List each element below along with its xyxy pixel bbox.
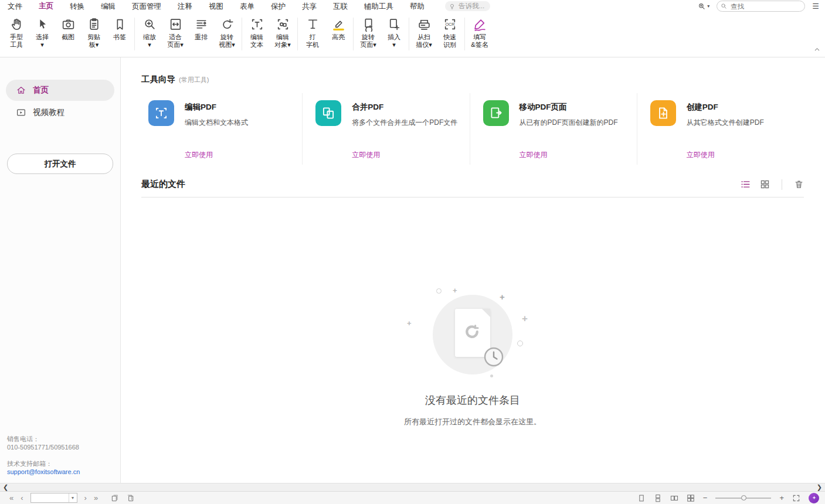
continuous-facing-view-icon[interactable] xyxy=(687,494,695,502)
deco-dot-icon xyxy=(490,374,493,377)
ribbon-button-zoom[interactable]: 缩放 ▾ xyxy=(137,16,162,49)
zoom-thumb[interactable] xyxy=(741,495,746,500)
sidebar-item-home[interactable]: 首页 xyxy=(6,80,114,101)
menu-item-共享[interactable]: 共享 xyxy=(301,0,317,13)
find-input[interactable] xyxy=(717,1,805,12)
menu-item-转换[interactable]: 转换 xyxy=(69,0,85,13)
ribbon-button-fit-page[interactable]: 适合 页面▾ xyxy=(162,16,188,49)
tool-card-create: 创建PDF从其它格式文件创建PDF立即使用 xyxy=(637,93,804,165)
deco-plus-icon xyxy=(522,314,528,323)
previous-view-icon[interactable] xyxy=(111,494,119,502)
snapshot-camera-icon xyxy=(61,17,76,32)
scroll-left-icon[interactable]: ❮ xyxy=(3,484,8,491)
support-email-link[interactable]: support@foxitsoftware.cn xyxy=(7,468,80,476)
menu-hamburger-icon[interactable]: ☰ xyxy=(812,2,819,10)
menu-item-表单[interactable]: 表单 xyxy=(239,0,255,13)
ribbon-button-insert-pages[interactable]: 插入 ▾ xyxy=(381,16,407,49)
ribbon-button-ocr[interactable]: OCR快速 识别 xyxy=(437,16,463,49)
use-now-link[interactable]: 立即使用 xyxy=(185,150,296,160)
next-view-icon[interactable] xyxy=(126,494,134,502)
fill-sign-icon xyxy=(473,17,487,32)
trash-icon[interactable] xyxy=(794,179,804,189)
tool-card-edit: 编辑PDF编辑文档和文本格式立即使用 xyxy=(141,93,302,165)
ribbon-button-edit-object[interactable]: 编辑 对象▾ xyxy=(270,16,296,49)
recent-files-tools xyxy=(741,179,804,190)
ribbon-button-scanner[interactable]: 从扫 描仪▾ xyxy=(411,16,437,49)
grid-view-icon[interactable] xyxy=(760,179,770,189)
use-now-link[interactable]: 立即使用 xyxy=(687,150,798,160)
deco-plus-icon xyxy=(500,292,505,301)
ribbon-button-snapshot-camera[interactable]: 截图 xyxy=(55,16,81,41)
scroll-right-icon[interactable]: ❯ xyxy=(817,484,822,491)
card-title: 编辑PDF xyxy=(185,102,248,113)
ribbon-collapse-button[interactable] xyxy=(814,45,820,55)
sales-phone-number: 010-50951771/50951668 xyxy=(7,443,80,451)
ribbon-button-clipboard[interactable]: 剪贴 板▾ xyxy=(81,16,107,49)
ribbon-button-label: 重排 xyxy=(195,33,208,41)
card-title: 移动PDF页面 xyxy=(520,102,618,113)
search-options-button[interactable]: ▾ xyxy=(698,2,709,11)
zoom-slider[interactable] xyxy=(715,495,771,502)
menu-item-保护[interactable]: 保护 xyxy=(270,0,286,13)
tell-me-box[interactable]: 告诉我... xyxy=(445,1,490,11)
horizontal-scrollbar[interactable]: ❮ ❯ xyxy=(0,483,825,491)
ribbon-button-label: 选择 ▾ xyxy=(36,33,49,49)
ribbon-button-select-cursor[interactable]: 选择 ▾ xyxy=(29,16,55,49)
menu-item-编辑[interactable]: 编辑 xyxy=(100,0,116,13)
fit-page-icon xyxy=(168,17,183,32)
list-view-icon[interactable] xyxy=(741,179,751,189)
page-number-input[interactable] xyxy=(31,493,69,502)
assistant-icon[interactable] xyxy=(809,493,819,503)
ribbon-button-reflow[interactable]: 重排 xyxy=(188,16,214,41)
ribbon-button-highlight[interactable]: 高亮 xyxy=(325,16,351,41)
use-now-link[interactable]: 立即使用 xyxy=(352,150,463,160)
typewriter-icon xyxy=(305,17,320,32)
open-file-button[interactable]: 打开文件 xyxy=(7,154,113,174)
continuous-view-icon[interactable] xyxy=(654,494,662,502)
menu-item-帮助[interactable]: 帮助 xyxy=(409,0,425,13)
ribbon-button-typewriter[interactable]: 打 字机 xyxy=(300,16,325,49)
previous-page-icon[interactable]: ‹ xyxy=(21,494,23,502)
fullscreen-icon[interactable] xyxy=(792,494,800,502)
menu-item-主页[interactable]: 主页 xyxy=(38,0,54,13)
use-now-link[interactable]: 立即使用 xyxy=(520,150,631,160)
ribbon-button-bookmark[interactable]: 书签 xyxy=(107,16,133,41)
zoom-out-icon[interactable]: − xyxy=(703,494,708,502)
tool-card-move: 移动PDF页面从已有的PDF页面创建新的PDF立即使用 xyxy=(470,93,637,165)
empty-state-title: 没有最近的文件条目 xyxy=(425,393,520,407)
recent-files-divider xyxy=(141,197,804,197)
card-top: 编辑PDF编辑文档和文本格式 xyxy=(148,100,296,128)
home-icon xyxy=(16,85,26,96)
single-page-view-icon[interactable] xyxy=(637,494,646,502)
ribbon-button-label: 从扫 描仪▾ xyxy=(416,33,432,49)
page-dropdown-icon[interactable]: ▼ xyxy=(69,493,77,502)
ribbon-button-rotate-pages[interactable]: 旋转 页面▾ xyxy=(355,16,381,49)
last-page-icon[interactable]: » xyxy=(94,494,98,502)
menu-item-互联[interactable]: 互联 xyxy=(332,0,348,13)
empty-illustration xyxy=(402,287,543,385)
ribbon-button-label: 剪贴 板▾ xyxy=(87,33,100,49)
ribbon-button-edit-text[interactable]: 编辑 文本 xyxy=(244,16,270,49)
menu-item-视图[interactable]: 视图 xyxy=(208,0,224,13)
next-page-icon[interactable]: › xyxy=(84,494,87,502)
chevron-down-icon: ▾ xyxy=(707,4,709,9)
facing-view-icon[interactable] xyxy=(670,494,678,502)
edit-text-icon xyxy=(250,17,264,32)
ribbon-button-fill-sign[interactable]: 填写 &签名 xyxy=(467,16,493,49)
sidebar: 首页视频教程 打开文件 销售电话： 010-50951771/50951668 … xyxy=(0,57,121,483)
menu-item-注释[interactable]: 注释 xyxy=(177,0,193,13)
sidebar-item-video[interactable]: 视频教程 xyxy=(6,102,114,123)
sales-phone-label: 销售电话： xyxy=(7,435,80,443)
first-page-icon[interactable]: « xyxy=(9,494,13,502)
ribbon-button-label: 快速 识别 xyxy=(443,33,456,49)
ribbon-button-rotate-view[interactable]: 旋转 视图▾ xyxy=(214,16,240,49)
ribbon-button-hand[interactable]: 手型 工具 xyxy=(4,16,29,49)
menu-items: 文件主页转换编辑页面管理注释视图表单保护共享互联辅助工具帮助 xyxy=(7,0,440,12)
menu-item-辅助工具[interactable]: 辅助工具 xyxy=(364,0,394,13)
menu-item-页面管理[interactable]: 页面管理 xyxy=(131,0,162,13)
menu-item-文件[interactable]: 文件 xyxy=(7,0,23,13)
zoom-icon xyxy=(142,17,157,32)
zoom-in-icon[interactable]: + xyxy=(779,494,784,502)
card-edit-badge xyxy=(148,100,174,126)
card-title: 合并PDF xyxy=(352,102,457,113)
